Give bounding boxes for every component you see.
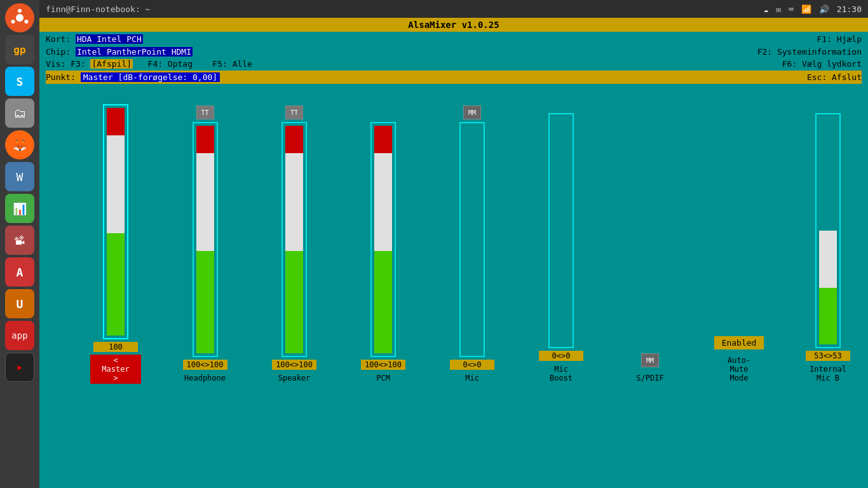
channel-mic-boost-value: 0<>0: [539, 351, 583, 361]
alsamixer-info: Kort: HDA Intel PCH F1: Hjælp Chip: Inte…: [39, 32, 868, 85]
help-f1: F1: Hjælp: [817, 33, 862, 46]
window-title: finn@Finn-notebook: ~: [46, 4, 150, 14]
fader-pcm[interactable]: [370, 122, 396, 357]
channel-internal-mic-b-name: Internal Mic B: [803, 363, 853, 384]
info-row-chip: Chip: Intel PantherPoint HDMI F2: System…: [46, 46, 862, 58]
fader-master[interactable]: [103, 104, 128, 339]
taskbar-icon-writer[interactable]: W: [5, 162, 34, 191]
mail-icon: ✉: [776, 4, 781, 14]
taskbar-icon-files[interactable]: 🗂: [5, 98, 34, 128]
help-esc: Esc: Afslut: [807, 71, 862, 84]
punkt-line: Punkt: Master [dB-forøgelse: 0,00]: [46, 71, 220, 84]
auto-mute-enabled[interactable]: Enabled: [714, 336, 764, 349]
mute-mic[interactable]: MM: [463, 105, 481, 119]
punkt-label: Punkt:: [46, 72, 76, 82]
channel-internal-mic-b: 53<>53 Internal Mic B: [803, 113, 853, 384]
wifi-icon: 📶: [801, 4, 811, 14]
system-tray: ☁ ✉ ⌨ 📶 🔊 21:30: [763, 4, 862, 14]
channel-speaker-value: 100<>100: [272, 360, 316, 370]
mixer-channels: 100 < Master > TT 100<>100 Headphone: [39, 92, 868, 384]
svg-point-2: [18, 9, 22, 13]
channel-master-name: < Master >: [90, 355, 141, 384]
channel-spdif-name: S/PDIF: [625, 372, 675, 384]
master-arrow-left: <: [113, 356, 118, 365]
channel-auto-mute-name: Auto-Mute Mode: [714, 355, 764, 384]
channel-auto-mute: Enabled Auto-Mute Mode: [714, 336, 764, 384]
chip-label: Chip:: [46, 47, 71, 57]
alsamixer-window: AlsaMixer v1.0.25 Kort: HDA Intel PCH F1…: [39, 18, 868, 488]
info-row-punkt: Punkt: Master [dB-forøgelse: 0,00] Esc: …: [46, 71, 862, 85]
vis-line: Vis: F3: [Afspil] F4: Optag F5: Alle: [46, 58, 252, 71]
fader-mic[interactable]: [459, 122, 485, 357]
taskbar-icon-font[interactable]: A: [5, 257, 34, 287]
svg-point-3: [11, 20, 15, 24]
channel-spdif: MM S/PDIF: [625, 353, 675, 384]
vis-f4: F4: Optag: [148, 59, 193, 69]
kort-label: Kort:: [46, 34, 71, 44]
master-arrow-right: >: [113, 374, 118, 383]
kort-line: Kort: HDA Intel PCH: [46, 33, 143, 46]
channel-mic-boost: 0<>0 Mic Boost: [536, 113, 587, 384]
channel-mic-name: Mic: [447, 372, 498, 384]
mute-speaker[interactable]: TT: [285, 105, 303, 119]
taskbar-icon-ubuntu-software[interactable]: U: [5, 289, 34, 318]
mute-spdif[interactable]: MM: [641, 353, 659, 367]
top-bar: finn@Finn-notebook: ~ ☁ ✉ ⌨ 📶 🔊 21:30: [39, 0, 868, 18]
fader-internal-mic-b[interactable]: [815, 113, 841, 348]
taskbar-icon-calc[interactable]: 📊: [5, 194, 34, 223]
taskbar-icon-ubuntu[interactable]: [5, 3, 34, 32]
taskbar-icon-skype[interactable]: S: [5, 67, 34, 96]
channel-mic-boost-name: Mic Boost: [536, 363, 587, 384]
channel-mic: MM 0<>0 Mic: [447, 105, 498, 384]
fader-mic-boost[interactable]: [548, 113, 574, 348]
taskbar-icon-impress[interactable]: 📽: [5, 226, 34, 255]
taskbar-icon-gp[interactable]: gp: [5, 35, 34, 64]
help-f6: F6: Vælg lydkort: [782, 58, 862, 71]
channel-pcm: 100<>100 PCM: [358, 122, 409, 384]
mute-headphone[interactable]: TT: [196, 105, 214, 119]
channel-master: 100 < Master >: [90, 104, 141, 384]
cloud-icon: ☁: [763, 4, 768, 14]
chip-value: Intel PantherPoint HDMI: [76, 47, 193, 57]
fader-speaker[interactable]: [281, 122, 307, 357]
clock: 21:30: [837, 4, 862, 14]
alsamixer-title: AlsaMixer v1.0.25: [39, 18, 868, 32]
taskbar-icon-app[interactable]: app: [5, 321, 34, 350]
vis-afspil: [Afspil]: [90, 59, 133, 69]
channel-headphone: TT 100<>100 Headphone: [179, 105, 231, 384]
punkt-value: Master [dB-forøgelse: 0,00]: [81, 72, 220, 82]
channel-speaker: TT 100<>100 Speaker: [269, 105, 320, 384]
taskbar-icon-youtube[interactable]: ▶: [5, 353, 34, 382]
vis-f3: F3:: [71, 59, 85, 69]
channel-internal-mic-b-value: 53<>53: [806, 351, 850, 361]
svg-point-4: [25, 20, 29, 24]
fader-headphone[interactable]: [193, 122, 218, 357]
keyboard-icon: ⌨: [789, 4, 794, 14]
vis-f5: F5: Alle: [212, 59, 252, 69]
taskbar: gp S 🗂 🦊 W 📊 📽 A U app ▶: [0, 0, 39, 488]
volume-icon: 🔊: [819, 4, 829, 14]
channel-pcm-value: 100<>100: [361, 360, 405, 370]
channel-master-value: 100: [93, 342, 138, 352]
vis-label: Vis:: [46, 59, 65, 69]
info-row-vis: Vis: F3: [Afspil] F4: Optag F5: Alle F6:…: [46, 58, 862, 71]
chip-line: Chip: Intel PantherPoint HDMI: [46, 46, 193, 58]
channel-mic-value: 0<>0: [450, 360, 494, 370]
channel-headphone-value: 100<>100: [183, 360, 227, 370]
channel-speaker-name: Speaker: [269, 372, 320, 384]
info-row-kort: Kort: HDA Intel PCH F1: Hjælp: [46, 33, 862, 46]
help-f2: F2: Systeminformation: [757, 46, 862, 58]
kort-value: HDA Intel PCH: [76, 34, 143, 44]
taskbar-icon-firefox[interactable]: 🦊: [5, 130, 34, 159]
channel-pcm-name: PCM: [358, 372, 409, 384]
channel-headphone-name: Headphone: [179, 372, 231, 384]
svg-point-1: [16, 14, 24, 22]
